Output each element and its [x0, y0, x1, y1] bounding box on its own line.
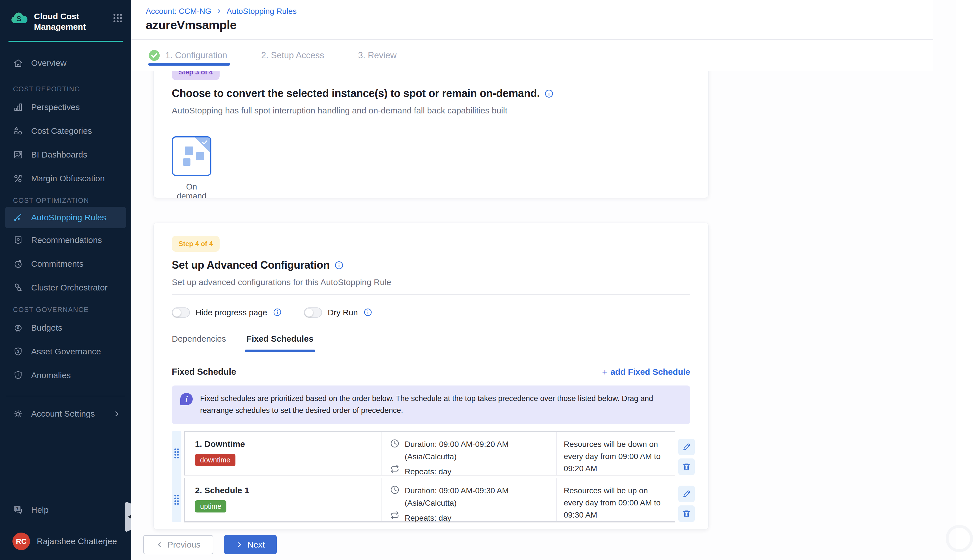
percent-icon: [12, 173, 24, 184]
breadcrumb: Account: CCM-NG AutoStopping Rules: [146, 7, 297, 16]
user-profile[interactable]: RC Rajarshee Chatterjee: [0, 530, 131, 553]
schedule-repeats: Repeats: day: [405, 467, 538, 476]
svg-text:$: $: [17, 15, 21, 23]
advanced-toggles: Hide progress page Dry Run: [172, 307, 690, 318]
previous-label: Previous: [167, 540, 200, 550]
info-icon[interactable]: [544, 89, 554, 98]
tab-fixed-schedules[interactable]: Fixed Schedules: [247, 334, 314, 352]
schedule-row-actions: [678, 439, 695, 475]
ondemand-label: On demand: [172, 182, 211, 198]
sidebar-item-margin-obfuscation[interactable]: Margin Obfuscation: [0, 167, 131, 190]
main-area: Account: CCM-NG AutoStopping Rules azure…: [131, 0, 956, 560]
delete-schedule-button[interactable]: [678, 505, 695, 522]
next-button[interactable]: Next: [224, 535, 277, 554]
card-subheading: AutoStopping has full spot interruption …: [172, 106, 690, 115]
info-icon[interactable]: [334, 260, 344, 270]
chevron-right-icon: [216, 8, 222, 15]
sidebar-item-cluster-orchestrator[interactable]: Cluster Orchestrator: [0, 276, 131, 300]
drag-handle-icon[interactable]: [173, 491, 180, 509]
dry-run-toggle[interactable]: [304, 307, 322, 318]
schedule-row-actions: [678, 486, 695, 522]
schedule-summary: Resources will be down on every day from…: [564, 438, 667, 475]
delete-schedule-button[interactable]: [678, 458, 695, 475]
sidebar-item-label: Perspectives: [31, 102, 80, 112]
sidebar-item-commitments[interactable]: Commitments: [0, 252, 131, 276]
app-root: $ Cloud Cost Management Overview COST RE…: [0, 0, 978, 560]
advanced-config-card: Step 4 of 4 Set up Advanced Configuratio…: [154, 223, 709, 530]
schedule-list: 1. Downtime downtime: [172, 431, 690, 522]
ondemand-option: On demand: [172, 136, 211, 198]
breadcrumb-section-link[interactable]: AutoStopping Rules: [227, 7, 297, 16]
toggle-label: Hide progress page: [195, 308, 267, 317]
tab-dependencies[interactable]: Dependencies: [172, 334, 226, 352]
priority-info-banner: i Fixed schedules are prioritized based …: [172, 385, 690, 424]
when-icons: [389, 485, 401, 521]
app-launcher-grid-icon[interactable]: [112, 12, 124, 24]
edit-schedule-button[interactable]: [678, 439, 695, 455]
spot-ondemand-card: Step 3 of 4 Choose to convert the select…: [154, 71, 709, 198]
divider: [172, 295, 690, 295]
chevron-left-icon: [156, 541, 163, 548]
ondemand-tile[interactable]: [172, 136, 211, 176]
sidebar-item-budgets[interactable]: $ Budgets: [0, 316, 131, 340]
autostopping-icon: [12, 212, 24, 223]
user-name: Rajarshee Chatterjee: [37, 537, 117, 546]
tab-setup-access[interactable]: 2. Setup Access: [261, 40, 324, 71]
sidebar-item-autostopping-rules[interactable]: AutoStopping Rules: [5, 207, 126, 228]
sidebar-item-perspectives[interactable]: Perspectives: [0, 95, 131, 119]
info-icon[interactable]: [273, 308, 282, 317]
schedule-name: 2. Schedule 1: [195, 486, 372, 495]
shield-dollar-icon: $: [12, 346, 24, 357]
hide-progress-toggle[interactable]: [172, 307, 190, 318]
card-heading-text: Set up Advanced Configuration: [172, 259, 330, 271]
piggy-bank-icon: $: [12, 322, 24, 333]
drag-handle-icon[interactable]: [173, 444, 180, 462]
sidebar-item-label: Help: [31, 505, 49, 515]
divider: [172, 123, 690, 123]
schedule-summary-cell: Resources will be up on every day from 0…: [557, 478, 675, 521]
schedule-summary-cell: Resources will be down on every day from…: [557, 432, 675, 475]
pencil-icon: [682, 442, 691, 452]
info-icon[interactable]: [363, 308, 373, 317]
scroll-content[interactable]: Step 3 of 4 Choose to convert the select…: [131, 71, 933, 560]
add-fixed-schedule-button[interactable]: + add Fixed Schedule: [602, 367, 690, 377]
card-heading-text: Choose to convert the selected instance(…: [172, 87, 540, 100]
plus-icon: +: [602, 367, 607, 377]
edit-schedule-button[interactable]: [678, 486, 695, 502]
sidebar-item-cost-categories[interactable]: Cost Categories: [0, 119, 131, 143]
hexagons-icon: [12, 282, 24, 293]
previous-button[interactable]: Previous: [143, 535, 214, 554]
sidebar-item-recommendations[interactable]: Recommendations: [0, 228, 131, 252]
tile-square: [196, 152, 204, 160]
tile-square: [185, 147, 193, 155]
toggle-label: Dry Run: [328, 308, 358, 317]
step-badge: Step 3 of 4: [172, 71, 220, 80]
page-title: azureVmsample: [146, 18, 237, 32]
card-heading: Set up Advanced Configuration: [172, 259, 690, 271]
sidebar-item-label: Recommendations: [31, 235, 102, 245]
module-accent-line: [8, 41, 123, 42]
sidebar-item-account-settings[interactable]: Account Settings: [0, 402, 131, 426]
svg-text:$: $: [17, 349, 19, 353]
tile-square: [183, 158, 190, 166]
tab-review[interactable]: 3. Review: [358, 40, 396, 71]
schedule-type-badge: uptime: [195, 500, 226, 512]
shield-alert-icon: [12, 370, 24, 381]
sidebar-item-bi-dashboards[interactable]: BI Dashboards: [0, 143, 131, 167]
wizard-footer: Previous Next: [143, 535, 277, 554]
tab-configuration[interactable]: 1. Configuration: [148, 40, 227, 71]
banner-text: Fixed schedules are prioritized based on…: [200, 393, 670, 417]
chevron-right-icon: [113, 410, 121, 418]
sidebar: $ Cloud Cost Management Overview COST RE…: [0, 0, 131, 560]
sidebar-item-anomalies[interactable]: Anomalies: [0, 363, 131, 387]
clock-icon: [389, 438, 400, 449]
home-icon: [12, 57, 24, 69]
sidebar-item-overview[interactable]: Overview: [0, 52, 131, 74]
sidebar-item-asset-governance[interactable]: $ Asset Governance: [0, 340, 131, 363]
breadcrumb-account-link[interactable]: Account: CCM-NG: [146, 7, 211, 16]
right-scroll-gutter[interactable]: [956, 0, 978, 560]
sidebar-item-label: AutoStopping Rules: [31, 213, 106, 222]
schedule-name-cell: 2. Schedule 1 uptime: [185, 478, 381, 521]
bar-chart-icon: [12, 102, 24, 113]
sidebar-item-help[interactable]: ? Help: [0, 498, 131, 521]
